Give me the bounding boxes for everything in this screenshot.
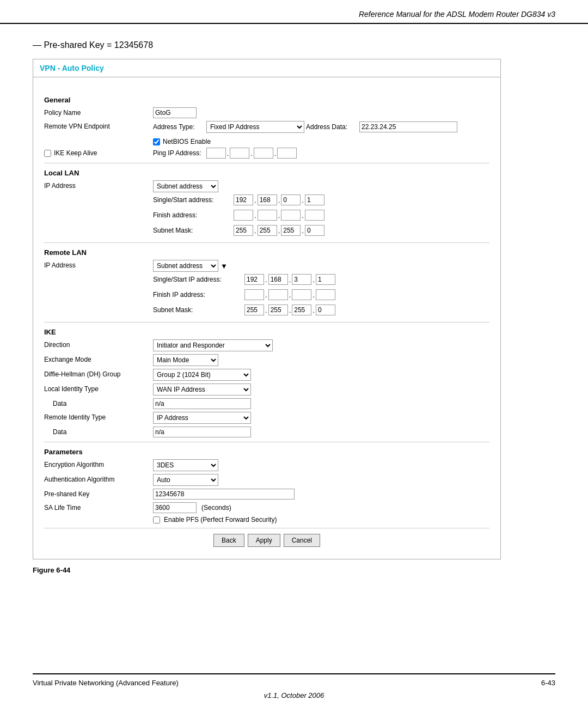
vpn-title-bar: VPN - Auto Policy — [33, 59, 500, 77]
remote-identity-field: IP Address FQDN WAN IP Address — [153, 412, 489, 424]
apply-button[interactable]: Apply — [248, 534, 280, 547]
remote-start-ip-1[interactable] — [244, 274, 264, 285]
remote-identity-data-label: Data — [44, 427, 153, 436]
remote-identity-select[interactable]: IP Address FQDN WAN IP Address — [153, 412, 251, 424]
remote-start-ip-4[interactable] — [316, 274, 335, 285]
direction-select[interactable]: Initiator and Responder Initiator Only R… — [153, 339, 273, 351]
dh-group-select[interactable]: Group 2 (1024 Bit) Group 1 (768 Bit) Gro… — [153, 369, 251, 381]
local-finish-ip-1[interactable] — [234, 210, 253, 221]
local-identity-field: WAN IP Address FQDN IP Address — [153, 384, 489, 395]
exchange-mode-label: Exchange Mode — [44, 354, 153, 363]
pfs-label: Enable PFS (Perfect Forward Security) — [164, 516, 277, 524]
local-data-sublabel: Data — [44, 400, 66, 407]
bottom-buttons: Back Apply Cancel — [44, 528, 489, 553]
local-finish-ip-group: . . . — [234, 210, 324, 221]
remote-finish-ip-group: . . . — [244, 289, 335, 300]
remote-single-start-label: Single/Start IP address: — [153, 276, 240, 283]
pfs-checkbox[interactable] — [153, 516, 160, 524]
local-mask-2[interactable] — [258, 225, 277, 236]
remote-mask-4[interactable] — [316, 305, 335, 315]
sa-life-field: (Seconds) — [153, 502, 489, 513]
header-title: Reference Manual for the ADSL Modem Rout… — [359, 10, 555, 19]
local-start-ip-4[interactable] — [305, 194, 324, 205]
netbios-checkbox[interactable] — [153, 138, 160, 145]
ping-ip-field: Ping IP Address: . . . — [153, 148, 489, 159]
ping-ip-label: Ping IP Address: — [153, 149, 201, 157]
address-data-input[interactable] — [359, 121, 457, 132]
psk-input[interactable] — [153, 489, 295, 500]
remote-mask-1[interactable] — [244, 305, 264, 315]
auth-select[interactable]: Auto MD5 SHA-1 — [153, 474, 218, 486]
remote-finish-ip-1[interactable] — [244, 289, 264, 300]
auth-row: Authentication Algorithm Auto MD5 SHA-1 — [44, 474, 489, 486]
remote-start-ip-2[interactable] — [268, 274, 288, 285]
remote-identity-row: Remote Identity Type IP Address FQDN WAN… — [44, 412, 489, 424]
local-single-start-label: Single/Start address: — [153, 196, 229, 204]
local-finish-ip-3[interactable] — [281, 210, 301, 221]
local-identity-row: Local Identity Type WAN IP Address FQDN … — [44, 384, 489, 395]
pfs-field: Enable PFS (Perfect Forward Security) — [153, 516, 489, 524]
remote-subnet-select[interactable]: Subnet address Single address — [153, 260, 218, 272]
ping-ip-group: . . . — [206, 148, 297, 159]
auth-label: Authentication Algorithm — [44, 474, 153, 483]
local-start-ip-2[interactable] — [258, 194, 277, 205]
remote-mask-3[interactable] — [292, 305, 311, 315]
local-mask-4[interactable] — [305, 225, 324, 236]
direction-row: Direction Initiator and Responder Initia… — [44, 339, 489, 351]
policy-name-row: Policy Name — [44, 107, 489, 118]
remote-ip-fields: Subnet address Single address ▼ Single/S… — [153, 260, 489, 318]
local-start-ip-3[interactable] — [281, 194, 301, 205]
address-data-label: Address Data: — [306, 123, 355, 131]
ike-keepalive-check-row: IKE Keep Alive — [44, 149, 153, 157]
psk-field — [153, 489, 489, 500]
local-single-start-row: Single/Start address: . . . — [153, 194, 324, 205]
address-type-select[interactable]: Fixed IP Address FQDN — [206, 121, 304, 133]
page-header: Reference Manual for the ADSL Modem Rout… — [0, 0, 588, 24]
ping-ip-4[interactable] — [277, 148, 297, 159]
direction-field: Initiator and Responder Initiator Only R… — [153, 339, 489, 351]
footer-version: v1.1, October 2006 — [0, 691, 588, 706]
content-area: — Pre-shared Key = 12345678 VPN - Auto P… — [0, 24, 588, 585]
local-mask-3[interactable] — [281, 225, 301, 236]
auth-field: Auto MD5 SHA-1 — [153, 474, 489, 486]
local-identity-data-field — [153, 398, 489, 409]
general-section-title: General — [44, 96, 489, 104]
remote-finish-ip-4[interactable] — [316, 289, 335, 300]
local-finish-ip-4[interactable] — [305, 210, 324, 221]
local-finish-row: Finish address: . . . — [153, 210, 324, 221]
back-button[interactable]: Back — [213, 534, 244, 547]
policy-name-input[interactable] — [153, 107, 197, 118]
footer-left: Virtual Private Networking (Advanced Fea… — [33, 679, 179, 687]
pfs-row: Enable PFS (Perfect Forward Security) — [44, 516, 489, 524]
encryption-label: Encryption Algorithm — [44, 459, 153, 468]
sa-life-input[interactable] — [153, 502, 197, 513]
remote-identity-data-input[interactable] — [153, 427, 251, 437]
cancel-button[interactable]: Cancel — [284, 534, 320, 547]
local-subnet-mask-group: . . . — [234, 225, 324, 236]
remote-finish-ip-3[interactable] — [292, 289, 311, 300]
encryption-select[interactable]: 3DES DES AES-128 — [153, 459, 218, 471]
exchange-mode-select[interactable]: Main Mode Aggressive Mode — [153, 354, 218, 366]
remote-single-start-row: Single/Start IP address: . . . — [153, 274, 335, 285]
local-identity-data-input[interactable] — [153, 398, 251, 409]
local-start-ip-1[interactable] — [234, 194, 253, 205]
local-identity-select[interactable]: WAN IP Address FQDN IP Address — [153, 384, 251, 395]
remote-subnet-mask-label: Subnet Mask: — [153, 306, 240, 314]
ping-ip-3[interactable] — [254, 148, 273, 159]
local-subnet-mask-row: Subnet Mask: . . . — [153, 225, 324, 236]
remote-identity-data-field — [153, 427, 489, 437]
remote-finish-ip-2[interactable] — [268, 289, 288, 300]
local-finish-ip-2[interactable] — [258, 210, 277, 221]
remote-mask-2[interactable] — [268, 305, 288, 315]
local-start-ip-group: . . . — [234, 194, 324, 205]
remote-start-ip-3[interactable] — [292, 274, 311, 285]
encryption-row: Encryption Algorithm 3DES DES AES-128 — [44, 459, 489, 471]
local-subnet-select[interactable]: Subnet address Single address — [153, 180, 218, 192]
remote-identity-data-row: Data — [44, 427, 489, 437]
ping-ip-1[interactable] — [206, 148, 226, 159]
ike-keepalive-checkbox[interactable] — [44, 150, 51, 157]
local-mask-1[interactable] — [234, 225, 253, 236]
ping-ip-2[interactable] — [230, 148, 249, 159]
local-lan-section-title: Local LAN — [44, 169, 489, 177]
local-ip-row: IP Address Subnet address Single address… — [44, 180, 489, 238]
